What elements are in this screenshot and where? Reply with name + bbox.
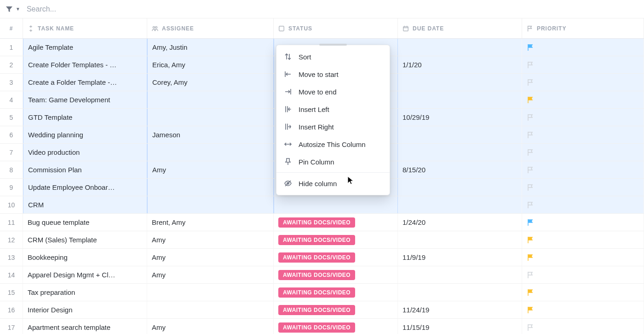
task-name-cell[interactable]: Tax preparation — [23, 284, 147, 301]
assignee-cell[interactable] — [147, 196, 274, 213]
priority-cell[interactable] — [522, 74, 644, 91]
assignee-cell[interactable]: Corey, Amy — [147, 74, 274, 91]
due-date-cell[interactable] — [398, 231, 522, 248]
priority-cell[interactable] — [522, 39, 644, 56]
table-row[interactable]: 14 Apparel Design Mgmt + Cl… Amy AWAITIN… — [0, 266, 644, 284]
table-row[interactable]: 16 Interior Design AWAITING DOCS/VIDEO 1… — [0, 301, 644, 319]
menu-move-to-start[interactable]: Move to start — [276, 65, 390, 83]
due-date-cell[interactable]: 1/24/20 — [398, 214, 522, 231]
due-date-cell[interactable] — [398, 74, 522, 91]
assignee-cell[interactable] — [147, 179, 274, 196]
column-header-due-date[interactable]: DUE DATE — [398, 18, 522, 38]
filter-button[interactable] — [6, 6, 13, 13]
due-date-cell[interactable]: 11/9/19 — [398, 249, 522, 266]
assignee-cell[interactable]: Jameson — [147, 126, 274, 143]
task-name-cell[interactable]: CRM — [23, 196, 147, 213]
priority-cell[interactable] — [522, 91, 644, 108]
priority-cell[interactable] — [522, 161, 644, 178]
task-name-cell[interactable]: Wedding planning — [23, 126, 147, 143]
status-cell[interactable]: AWAITING DOCS/VIDEO — [274, 231, 398, 248]
priority-cell[interactable] — [522, 284, 644, 301]
assignee-cell[interactable]: Amy — [147, 231, 274, 248]
table-row[interactable]: 11 Bug queue template Brent, Amy AWAITIN… — [0, 214, 644, 231]
task-name-cell[interactable]: Create a Folder Template -… — [23, 74, 147, 91]
due-date-cell[interactable] — [398, 284, 522, 301]
task-name-cell[interactable]: Video production — [23, 144, 147, 161]
task-name-cell[interactable]: Interior Design — [23, 301, 147, 318]
status-cell[interactable] — [274, 196, 398, 213]
due-date-cell[interactable] — [398, 179, 522, 196]
due-date-cell[interactable]: 10/29/19 — [398, 109, 522, 126]
task-name-cell[interactable]: Agile Template — [23, 39, 147, 56]
assignee-cell[interactable] — [147, 301, 274, 318]
task-name-cell[interactable]: GTD Template — [23, 109, 147, 126]
priority-cell[interactable] — [522, 249, 644, 266]
column-header-priority[interactable]: PRIORITY — [522, 18, 644, 38]
task-name-cell[interactable]: Create Folder Templates - … — [23, 56, 147, 73]
assignee-cell[interactable]: Amy — [147, 266, 274, 283]
assignee-cell[interactable]: Amy, Justin — [147, 39, 274, 56]
assignee-cell[interactable]: Brent, Amy — [147, 214, 274, 231]
task-name-cell[interactable]: Bug queue template — [23, 214, 147, 231]
menu-insert-right[interactable]: Insert Right — [276, 118, 390, 135]
table-row[interactable]: 12 CRM (Sales) Template Amy AWAITING DOC… — [0, 231, 644, 249]
task-name-cell[interactable]: CRM (Sales) Template — [23, 231, 147, 248]
priority-cell[interactable] — [522, 144, 644, 161]
column-header-number[interactable]: # — [0, 18, 23, 38]
column-header-task[interactable]: TASK NAME — [23, 18, 147, 38]
status-cell[interactable]: AWAITING DOCS/VIDEO — [274, 301, 398, 318]
assignee-cell[interactable] — [147, 284, 274, 301]
search-input[interactable] — [27, 5, 638, 13]
assignee-cell[interactable]: Amy — [147, 319, 274, 334]
priority-cell[interactable] — [522, 179, 644, 196]
assignee-cell[interactable]: Erica, Amy — [147, 56, 274, 73]
due-date-cell[interactable] — [398, 196, 522, 213]
priority-cell[interactable] — [522, 214, 644, 231]
due-date-cell[interactable] — [398, 126, 522, 143]
priority-cell[interactable] — [522, 126, 644, 143]
assignee-cell[interactable]: Amy — [147, 249, 274, 266]
table-row[interactable]: 10 CRM — [0, 196, 644, 214]
priority-cell[interactable] — [522, 266, 644, 283]
table-row[interactable]: 15 Tax preparation AWAITING DOCS/VIDEO — [0, 284, 644, 301]
task-name-cell[interactable]: Update Employee Onboar… — [23, 179, 147, 196]
task-name-cell[interactable]: Team: Game Development — [23, 91, 147, 108]
status-cell[interactable]: AWAITING DOCS/VIDEO — [274, 319, 398, 334]
due-date-cell[interactable]: 1/1/20 — [398, 56, 522, 73]
due-date-cell[interactable] — [398, 144, 522, 161]
assignee-cell[interactable] — [147, 91, 274, 108]
priority-cell[interactable] — [522, 319, 644, 334]
menu-pin-column[interactable]: Pin Column — [276, 153, 390, 170]
assignee-cell[interactable] — [147, 109, 274, 126]
task-name-cell[interactable]: Apartment search template — [23, 319, 147, 334]
column-header-status[interactable]: STATUS — [274, 18, 398, 38]
priority-cell[interactable] — [522, 109, 644, 126]
priority-cell[interactable] — [522, 196, 644, 213]
menu-insert-left[interactable]: Insert Left — [276, 100, 390, 118]
task-name-cell[interactable]: Apparel Design Mgmt + Cl… — [23, 266, 147, 283]
priority-cell[interactable] — [522, 56, 644, 73]
status-cell[interactable]: AWAITING DOCS/VIDEO — [274, 266, 398, 283]
priority-cell[interactable] — [522, 301, 644, 318]
task-name-cell[interactable]: Commission Plan — [23, 161, 147, 178]
assignee-cell[interactable]: Amy — [147, 161, 274, 178]
menu-move-to-end[interactable]: Move to end — [276, 83, 390, 100]
table-row[interactable]: 17 Apartment search template Amy AWAITIN… — [0, 319, 644, 334]
task-name-cell[interactable]: Bookkeeping — [23, 249, 147, 266]
status-cell[interactable]: AWAITING DOCS/VIDEO — [274, 284, 398, 301]
menu-hide-column[interactable]: Hide column — [276, 175, 390, 192]
menu-sort[interactable]: Sort — [276, 48, 390, 65]
priority-cell[interactable] — [522, 231, 644, 248]
due-date-cell[interactable] — [398, 91, 522, 108]
due-date-cell[interactable] — [398, 39, 522, 56]
due-date-cell[interactable]: 8/15/20 — [398, 161, 522, 178]
due-date-cell[interactable]: 11/24/19 — [398, 301, 522, 318]
assignee-cell[interactable] — [147, 144, 274, 161]
due-date-cell[interactable]: 11/15/19 — [398, 319, 522, 334]
status-cell[interactable]: AWAITING DOCS/VIDEO — [274, 214, 398, 231]
status-cell[interactable]: AWAITING DOCS/VIDEO — [274, 249, 398, 266]
column-header-assignee[interactable]: ASSIGNEE — [147, 18, 274, 38]
table-row[interactable]: 13 Bookkeeping Amy AWAITING DOCS/VIDEO 1… — [0, 249, 644, 266]
due-date-cell[interactable] — [398, 266, 522, 283]
filter-dropdown-caret[interactable]: ▼ — [16, 6, 20, 12]
